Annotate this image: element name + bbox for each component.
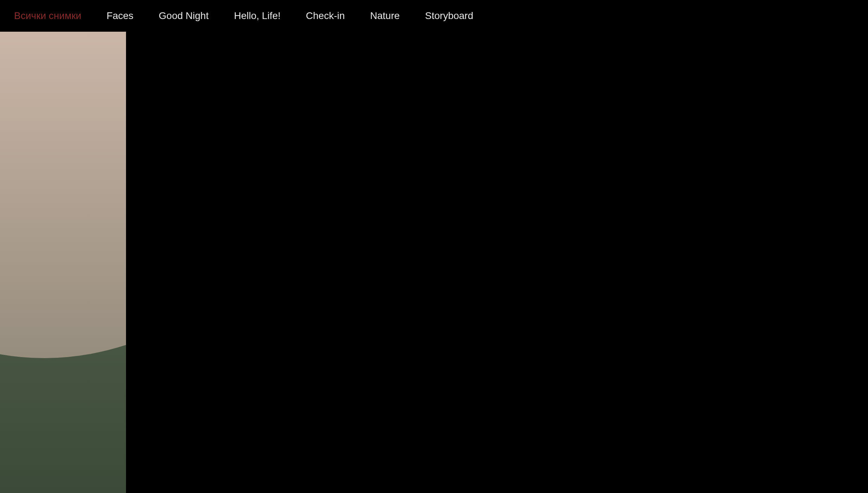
top-nav: Всички снимки Faces Good Night Hello, Li…: [0, 0, 868, 32]
nav-item-nature[interactable]: Nature: [370, 10, 400, 21]
nav-item-hello-life[interactable]: Hello, Life!: [234, 10, 281, 21]
photo-gallery: NATURE 0 ENI99 MORE INFO: [0, 32, 868, 493]
nav-item-good-night[interactable]: Good Night: [159, 10, 209, 21]
nav-item-faces[interactable]: Faces: [107, 10, 133, 21]
photo-tile-mountains[interactable]: [0, 32, 126, 493]
nav-item-all-photos[interactable]: Всички снимки: [14, 10, 81, 21]
nav-item-check-in[interactable]: Check-in: [306, 10, 345, 21]
nav-item-storyboard[interactable]: Storyboard: [425, 10, 473, 21]
